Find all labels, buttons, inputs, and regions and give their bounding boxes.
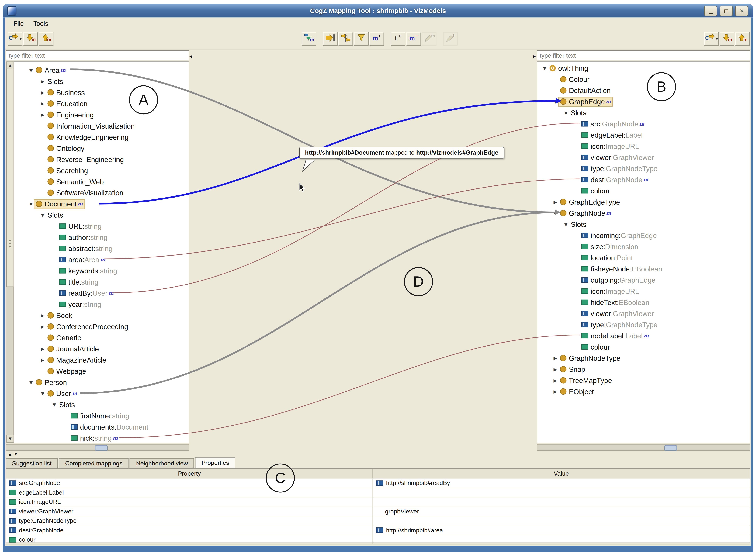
- expander-open-icon[interactable]: ▼: [552, 99, 558, 104]
- scroll-up-icon[interactable]: ▲: [6, 61, 14, 70]
- item-body[interactable]: viewer:GraphViewer: [580, 309, 655, 318]
- expander-closed-icon[interactable]: ▶: [39, 346, 46, 351]
- item-body[interactable]: JournalArticle: [46, 344, 100, 353]
- value-cell[interactable]: http://shrimpbib#readBy: [373, 478, 750, 488]
- tree-item-softwarevisualization[interactable]: SoftwareVisualization: [14, 187, 188, 198]
- expander-open-icon[interactable]: ▼: [552, 211, 558, 216]
- item-body[interactable]: Searching: [46, 166, 90, 175]
- tree-item-area[interactable]: ▼Aream: [14, 64, 188, 76]
- item-body[interactable]: icon:ImageURL: [580, 287, 640, 295]
- item-body[interactable]: URL:string: [58, 222, 103, 231]
- item-body[interactable]: MagazineArticle: [46, 356, 108, 364]
- expander-open-icon[interactable]: ▼: [28, 201, 34, 206]
- expander-closed-icon[interactable]: ▶: [39, 101, 46, 106]
- tree-item-knowledgeengineering[interactable]: KnowledgeEngineering: [14, 131, 188, 143]
- expander-closed-icon[interactable]: ▶: [552, 389, 558, 394]
- value-cell[interactable]: [373, 535, 750, 544]
- item-body[interactable]: location:Point: [580, 253, 634, 262]
- complete-mappings-target-button[interactable]: C▾: [704, 32, 719, 45]
- item-body[interactable]: readBy:Userm: [58, 289, 115, 297]
- collapse-right-icon[interactable]: ▶: [533, 54, 536, 58]
- tree-item-firstname-string[interactable]: firstName:string: [14, 410, 188, 421]
- tree-item-viewer-graphviewer[interactable]: viewer:GraphViewer: [537, 152, 750, 163]
- source-filter-input[interactable]: [6, 50, 189, 61]
- item-body[interactable]: Colour: [558, 75, 591, 84]
- expander-open-icon[interactable]: ▼: [28, 380, 34, 385]
- add-mapping-button[interactable]: m+: [370, 32, 384, 45]
- remove-mapping-button[interactable]: m−: [406, 32, 421, 45]
- tree-item-ontology[interactable]: Ontology: [14, 143, 188, 154]
- item-body[interactable]: Aream: [34, 65, 67, 74]
- item-body[interactable]: fisheyeNode:EBoolean: [580, 264, 663, 273]
- add-temp-mapping-button[interactable]: t+: [391, 32, 405, 45]
- item-body[interactable]: Webpage: [46, 367, 88, 376]
- filter-button[interactable]: [354, 32, 369, 45]
- tree-item-slots[interactable]: ▼Slots: [14, 210, 188, 221]
- show-mapped-only-button[interactable]: [323, 32, 338, 45]
- item-body[interactable]: year:string: [58, 300, 103, 308]
- tree-item-person[interactable]: ▼Person: [14, 377, 188, 388]
- item-body[interactable]: DefaultAction: [558, 86, 612, 95]
- property-cell[interactable]: dest:GraphNode: [6, 526, 373, 535]
- tree-item-information-visualization[interactable]: Information_Visualization: [14, 120, 188, 131]
- complete-mappings-button[interactable]: C▾: [8, 32, 22, 45]
- tree-item-year-string[interactable]: year:string: [14, 299, 188, 310]
- collapse-bottom-icon[interactable]: ▼: [15, 452, 17, 456]
- tree-item-owl-thing[interactable]: ▼owl:Thing: [537, 62, 750, 74]
- tree-item-dest-graphnode[interactable]: dest:GraphNodem: [537, 174, 750, 185]
- tree-item-colour[interactable]: colour: [537, 341, 750, 353]
- target-horizontal-scrollbar[interactable]: [537, 444, 750, 451]
- selected-item-body[interactable]: Documentm: [34, 199, 84, 208]
- expander-closed-icon[interactable]: ▶: [39, 324, 46, 329]
- tab-completed-mappings[interactable]: Completed mappings: [59, 458, 129, 468]
- source-horizontal-scrollbar[interactable]: [6, 444, 189, 451]
- item-body[interactable]: GraphNodem: [558, 209, 613, 218]
- tree-item-author-string[interactable]: author:string: [14, 232, 188, 243]
- dropdown-arrow-icon[interactable]: ▾: [716, 37, 718, 41]
- item-body[interactable]: SoftwareVisualization: [46, 188, 125, 197]
- item-body[interactable]: Engineering: [46, 110, 95, 119]
- expander-open-icon[interactable]: ▼: [39, 213, 46, 218]
- tree-item-snap[interactable]: ▶Snap: [537, 364, 750, 375]
- item-body[interactable]: icon:ImageURL: [580, 142, 640, 150]
- item-body[interactable]: Person: [34, 378, 68, 387]
- item-body[interactable]: Slots: [58, 400, 76, 409]
- selected-item-body[interactable]: GraphEdgem: [558, 97, 612, 106]
- tree-item-journalarticle[interactable]: ▶JournalArticle: [14, 343, 188, 355]
- item-body[interactable]: Slots: [570, 108, 588, 117]
- import-mappings-button[interactable]: m: [23, 32, 38, 45]
- item-body[interactable]: Reverse_Engineering: [46, 155, 125, 163]
- item-body[interactable]: GraphNodeType: [558, 354, 622, 363]
- generate-mappings-button[interactable]: m: [301, 32, 316, 45]
- item-body[interactable]: Userm: [46, 389, 79, 398]
- item-body[interactable]: Slots: [570, 220, 588, 229]
- item-body[interactable]: dest:GraphNodem: [580, 175, 650, 184]
- tree-item-slots[interactable]: ▼Slots: [14, 399, 188, 410]
- property-cell[interactable]: src:GraphNode: [6, 478, 373, 488]
- tab-neighborhood-view[interactable]: Neighborhood view: [130, 458, 194, 468]
- minimize-button[interactable]: ▁: [704, 6, 717, 16]
- item-body[interactable]: TreeMapType: [558, 376, 613, 385]
- item-body[interactable]: outgoing:GraphEdge: [580, 276, 657, 284]
- dropdown-arrow-icon[interactable]: ▾: [20, 37, 21, 41]
- item-body[interactable]: nodeLabel:Labelm: [580, 331, 650, 340]
- export-mappings-target-button[interactable]: m: [735, 32, 750, 45]
- tree-item-slots[interactable]: ▶Slots: [14, 76, 188, 87]
- item-body[interactable]: EObject: [558, 387, 595, 396]
- item-body[interactable]: title:string: [58, 278, 100, 286]
- item-body[interactable]: viewer:GraphViewer: [580, 153, 655, 162]
- tree-item-graphnode[interactable]: ▼GraphNodem: [537, 208, 750, 219]
- table-row[interactable]: viewer:GraphViewergraphViewer: [6, 507, 750, 516]
- table-row[interactable]: edgeLabel:Label: [6, 488, 750, 497]
- menu-tools[interactable]: Tools: [28, 18, 53, 28]
- expander-closed-icon[interactable]: ▶: [39, 90, 46, 95]
- show-unmapped-button[interactable]: [339, 32, 353, 45]
- tree-item-colour[interactable]: colour: [537, 185, 750, 196]
- item-body[interactable]: Education: [46, 99, 89, 108]
- tree-item-document[interactable]: ▼Documentm: [14, 198, 188, 210]
- property-cell[interactable]: type:GraphNodeType: [6, 516, 373, 525]
- item-body[interactable]: Semantic_Web: [46, 177, 105, 186]
- tree-item-readby-user[interactable]: readBy:Userm: [14, 288, 188, 299]
- item-body[interactable]: Book: [46, 311, 74, 320]
- tree-item-src-graphnode[interactable]: src:GraphNodem: [537, 118, 750, 130]
